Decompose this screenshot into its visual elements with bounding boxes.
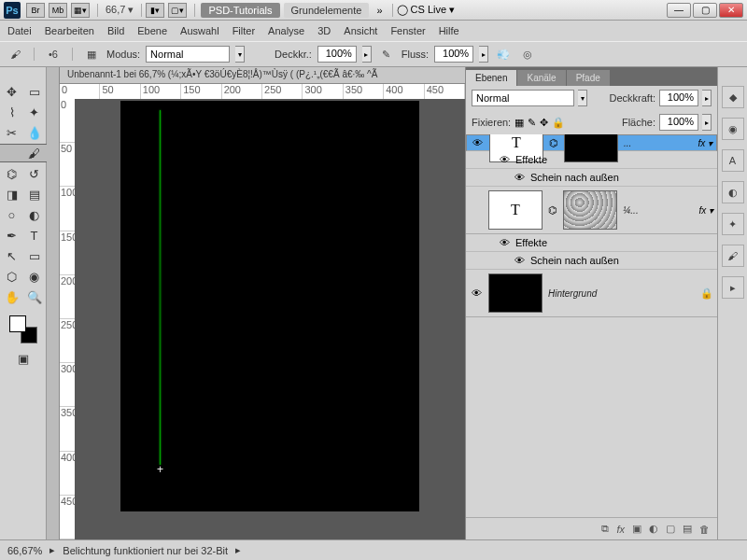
color-panel-icon[interactable]: ◉ [722,118,744,140]
link-mask-icon[interactable]: ⌬ [549,137,558,149]
effect-visibility-icon[interactable]: 👁 [514,172,525,183]
menu-ebene[interactable]: Ebene [137,25,167,36]
fill-arrow[interactable]: ▸ [702,114,712,131]
layer-thumbnail[interactable] [488,273,543,313]
tablet-opacity-icon[interactable]: ✎ [377,45,396,63]
layer-group-icon[interactable]: ▢ [666,523,675,535]
layer-blend-select[interactable]: Normal [472,90,574,106]
hand-tool[interactable]: ✋ [2,287,22,306]
layer-effect[interactable]: 👁Schein nach außen [466,252,717,270]
menu-3d[interactable]: 3D [317,25,331,36]
gradient-tool[interactable]: ▤ [24,185,45,203]
menu-bearbeiten[interactable]: Bearbeiten [45,25,94,36]
link-mask-icon[interactable]: ⌬ [548,204,557,217]
brush-preset-icon[interactable]: • 6 [44,45,63,63]
layer-fx-badge[interactable]: fx ▾ [698,205,713,216]
menu-auswahl[interactable]: Auswahl [180,25,219,36]
layer-effect[interactable]: 👁Effekte [466,234,717,252]
fill-input[interactable]: 100% [659,114,698,131]
lock-all-icon[interactable]: 🔒 [552,117,565,129]
maximize-button[interactable]: ▢ [693,3,717,18]
status-arrow-icon[interactable]: ▸ [49,544,55,556]
workspace-more-icon[interactable]: » [376,5,382,16]
layer-fx-icon[interactable]: fx [616,524,625,535]
cslive-icon[interactable]: ◯ CS Live ▾ [397,4,456,16]
airbrush-icon[interactable]: 💨 [494,45,513,63]
blend-mode-select[interactable]: Normal [146,46,230,63]
collapsed-left-dock[interactable] [47,67,60,539]
path-select-tool[interactable]: ↖ [2,246,22,265]
extras-button[interactable]: ▦▾ [71,3,90,18]
blur-tool[interactable]: ○ [2,205,22,224]
camera-tool[interactable]: ◉ [24,267,45,286]
link-layers-icon[interactable]: ⧉ [601,523,609,535]
blend-mode-arrow[interactable]: ▾ [235,46,245,63]
adjustment-layer-icon[interactable]: ◐ [649,523,658,535]
layer-fx-badge[interactable]: fx ▾ [698,138,712,148]
canvas-area[interactable]: + [75,99,465,539]
color-swatches[interactable] [9,315,37,343]
menu-hilfe[interactable]: Hilfe [439,25,459,36]
status-zoom[interactable]: 66,67% [7,545,42,556]
layer-opacity-input[interactable]: 100% [659,90,698,106]
lasso-tool[interactable]: ⌇ [2,103,22,121]
layer-mask-icon[interactable]: ▣ [632,523,641,535]
flow-arrow[interactable]: ▸ [479,46,488,63]
mask-thumbnail[interactable] [564,134,618,162]
move-tool[interactable]: ✥ [2,82,22,101]
bridge-button[interactable]: Br [26,3,45,18]
actions-panel-icon[interactable]: ▸ [722,276,744,299]
effect-visibility-icon[interactable]: 👁 [500,154,510,165]
minibridge-button[interactable]: Mb [49,3,67,18]
layer-row[interactable]: T⌬¼...fx ▾ [466,187,717,234]
wand-tool[interactable]: ✦ [24,103,45,121]
layer-name[interactable]: Hintergrund [548,288,695,299]
workspace-grundelemente[interactable]: Grundelemente [284,3,370,18]
layer-name[interactable]: ¼... [623,205,693,216]
stamp-tool[interactable]: ⌬ [2,164,22,183]
lock-paint-icon[interactable]: ✎ [528,117,536,129]
lock-transparency-icon[interactable]: ▦ [514,117,524,129]
zoom-display[interactable]: 66,7 ▾ [106,4,134,16]
flow-input[interactable]: 100% [434,46,473,63]
layer-effect[interactable]: 👁Schein nach außen [466,169,717,187]
opacity-input[interactable]: 100% [317,46,357,63]
shape-tool[interactable]: ▭ [24,246,45,265]
layer-row[interactable]: 👁Hintergrund🔒 [466,270,717,317]
styles-panel-icon[interactable]: ✦ [722,213,744,235]
brush-panel-icon[interactable]: ▦ [82,45,101,63]
menu-datei[interactable]: Datei [7,25,32,36]
dodge-tool[interactable]: ◐ [24,205,45,224]
marquee-tool[interactable]: ▭ [24,82,45,101]
history-brush-tool[interactable]: ↺ [24,164,45,183]
delete-layer-icon[interactable]: 🗑 [699,524,710,535]
layer-thumbnail[interactable]: T [488,190,543,230]
panel-tab-kanäle[interactable]: Kanäle [517,70,565,86]
new-layer-icon[interactable]: ▤ [683,523,692,535]
effect-visibility-icon[interactable]: 👁 [500,237,510,248]
status-more-icon[interactable]: ▸ [235,544,241,556]
workspace-psd-tutorials[interactable]: PSD-Tutorials [201,3,279,18]
panel-tab-ebenen[interactable]: Ebenen [466,70,516,86]
brush-tool-icon[interactable]: 🖌 [6,45,24,63]
brushes-panel-icon[interactable]: 🖌 [722,245,744,267]
3d-tool[interactable]: ⬡ [2,267,22,286]
layer-row[interactable]: 👁T⌬...fx ▾ [466,134,717,151]
mask-thumbnail[interactable] [563,190,617,230]
eraser-tool[interactable]: ◨ [2,185,22,203]
zoom-tool[interactable]: 🔍 [24,287,45,306]
document-tab[interactable]: Unbenannt-1 bei 66,7% (¼;xÃ•Y €3öÚ€yÈ8¦!… [60,67,465,84]
effect-visibility-icon[interactable]: 👁 [514,255,525,266]
visibility-toggle[interactable]: 👁 [470,287,483,299]
menu-analyse[interactable]: Analyse [268,25,304,36]
crop-tool[interactable]: ✂ [2,123,22,142]
menu-filter[interactable]: Filter [233,25,255,36]
panel-tab-pfade[interactable]: Pfade [567,70,610,86]
type-tool[interactable]: T [24,226,45,245]
menu-fenster[interactable]: Fenster [390,25,425,36]
menu-ansicht[interactable]: Ansicht [344,25,377,36]
close-button[interactable]: ✕ [719,3,743,18]
lock-move-icon[interactable]: ✥ [540,117,548,129]
arrange-button[interactable]: ▮▾ [146,3,164,18]
tablet-size-icon[interactable]: ◎ [518,45,537,63]
